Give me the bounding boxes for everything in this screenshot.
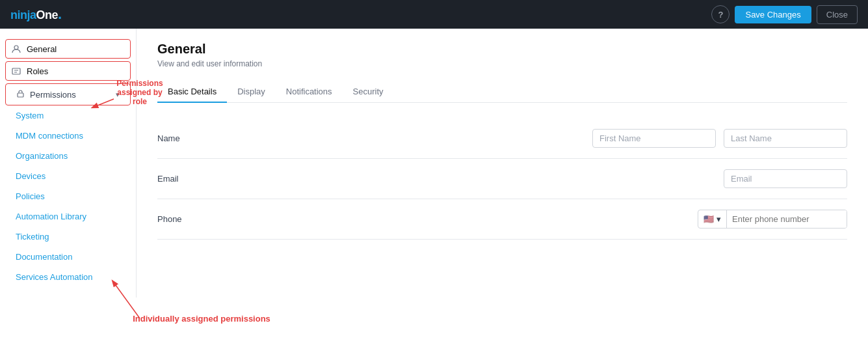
page-subtitle: View and edit user information bbox=[157, 59, 847, 68]
phone-flag-chevron: ▾ bbox=[717, 214, 721, 224]
sidebar-roles-label: Roles bbox=[27, 66, 48, 76]
sidebar-general-label: General bbox=[27, 44, 57, 54]
user-icon bbox=[11, 44, 21, 54]
topbar: ninjaOne. ? Save Changes Close bbox=[0, 0, 868, 29]
name-row: Name bbox=[157, 118, 847, 159]
sidebar-item-general[interactable]: General bbox=[5, 39, 131, 59]
name-label: Name bbox=[157, 133, 209, 143]
sidebar-sub-system[interactable]: System bbox=[0, 105, 136, 126]
save-button[interactable]: Save Changes bbox=[735, 6, 811, 23]
sidebar: General Roles bbox=[0, 29, 137, 298]
svg-point-0 bbox=[14, 46, 18, 49]
roles-icon bbox=[11, 66, 21, 76]
tabs: Basic Details Display Notifications Secu… bbox=[157, 81, 847, 103]
phone-label: Phone bbox=[157, 214, 209, 224]
permissions-sub-items: System MDM connections Organizations Dev… bbox=[0, 105, 136, 287]
sidebar-item-roles[interactable]: Roles bbox=[5, 61, 131, 81]
permissions-header[interactable]: Permissions ▾ bbox=[5, 83, 131, 105]
close-button[interactable]: Close bbox=[817, 5, 858, 24]
phone-number-input[interactable] bbox=[727, 210, 847, 228]
tab-basic-details[interactable]: Basic Details bbox=[157, 81, 227, 103]
svg-rect-1 bbox=[12, 68, 20, 74]
main-layout: General Roles bbox=[0, 29, 868, 347]
topbar-actions: ? Save Changes Close bbox=[711, 5, 858, 24]
sidebar-sub-policies[interactable]: Policies bbox=[0, 186, 136, 206]
email-inputs bbox=[220, 169, 847, 188]
lock-icon bbox=[16, 89, 25, 100]
phone-row: Phone 🇺🇸 ▾ bbox=[157, 199, 847, 240]
flag-emoji: 🇺🇸 bbox=[704, 214, 714, 224]
permissions-header-left: Permissions bbox=[16, 89, 76, 100]
sidebar-sub-mdm[interactable]: MDM connections bbox=[0, 126, 136, 146]
tab-security[interactable]: Security bbox=[343, 81, 394, 103]
sidebar-wrapper: General Roles bbox=[0, 29, 137, 347]
sidebar-sub-devices[interactable]: Devices bbox=[0, 166, 136, 186]
phone-inputs: 🇺🇸 ▾ bbox=[220, 210, 847, 229]
sidebar-sub-ticketing[interactable]: Ticketing bbox=[0, 227, 136, 247]
svg-rect-2 bbox=[18, 93, 23, 97]
email-row: Email bbox=[157, 159, 847, 199]
logo-text: ninjaOne. bbox=[10, 7, 62, 22]
sidebar-sub-services[interactable]: Services Automation bbox=[0, 267, 136, 287]
logo: ninjaOne. bbox=[10, 7, 62, 22]
help-button[interactable]: ? bbox=[711, 5, 730, 23]
phone-flag-selector[interactable]: 🇺🇸 ▾ bbox=[698, 210, 727, 228]
first-name-input[interactable] bbox=[592, 129, 716, 148]
permissions-section: Permissions ▾ System MDM connections Org… bbox=[0, 83, 136, 287]
chevron-down-icon: ▾ bbox=[116, 90, 120, 99]
phone-input-wrapper: 🇺🇸 ▾ bbox=[698, 210, 847, 229]
sidebar-sub-automation[interactable]: Automation Library bbox=[0, 206, 136, 227]
page-title: General bbox=[157, 42, 847, 57]
email-label: Email bbox=[157, 174, 209, 184]
email-input[interactable] bbox=[724, 169, 847, 188]
tab-display[interactable]: Display bbox=[227, 81, 276, 103]
sidebar-sub-documentation[interactable]: Documentation bbox=[0, 247, 136, 267]
last-name-input[interactable] bbox=[724, 129, 847, 148]
sidebar-sub-organizations[interactable]: Organizations bbox=[0, 146, 136, 166]
permissions-label: Permissions bbox=[30, 90, 76, 100]
content-area: General View and edit user information B… bbox=[137, 29, 868, 347]
name-inputs bbox=[220, 129, 847, 148]
tab-notifications[interactable]: Notifications bbox=[276, 81, 343, 103]
